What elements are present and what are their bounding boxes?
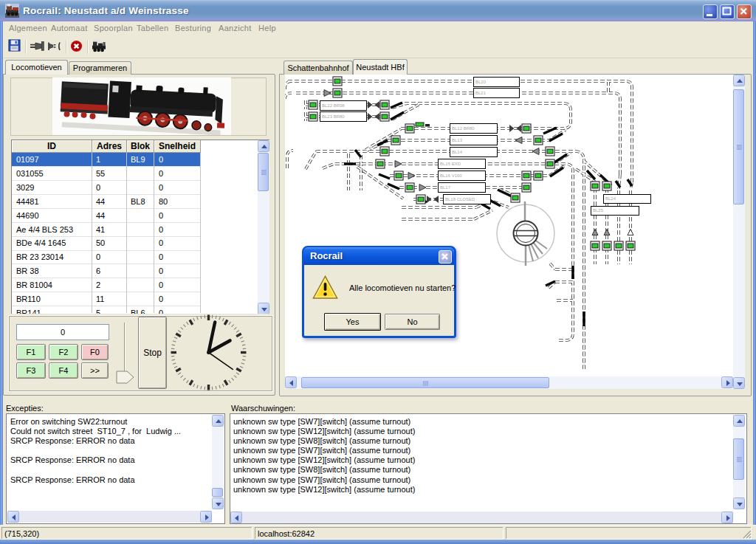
svg-text:BL23 BR80: BL23 BR80 xyxy=(322,114,345,119)
svg-text:BL25: BL25 xyxy=(593,208,604,213)
svg-text:BL15 EXD: BL15 EXD xyxy=(440,162,461,166)
svg-text:BL24: BL24 xyxy=(605,196,616,201)
svg-text:BL13: BL13 xyxy=(452,138,463,142)
svg-text:BL20: BL20 xyxy=(475,80,487,84)
svg-text:BL22 BR98: BL22 BR98 xyxy=(322,103,345,108)
svg-text:BL16 V160: BL16 V160 xyxy=(440,173,462,178)
svg-text:BL17: BL17 xyxy=(440,185,451,190)
svg-text:BL14: BL14 xyxy=(452,150,463,154)
svg-text:BL18 CLOSED: BL18 CLOSED xyxy=(445,197,475,202)
svg-text:BL12 BR80: BL12 BR80 xyxy=(452,126,475,131)
svg-text:BL21: BL21 xyxy=(475,91,487,95)
